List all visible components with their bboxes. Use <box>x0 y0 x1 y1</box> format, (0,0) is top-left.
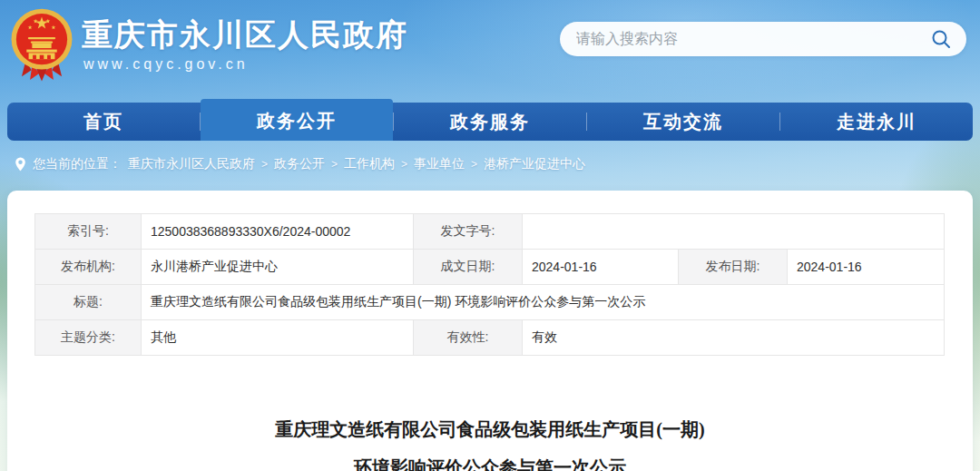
publisher-value: 永川港桥产业促进中心 <box>142 250 414 285</box>
nav-item-gov-services[interactable]: 政务服务 <box>394 103 586 141</box>
index-number-value: 1250038368893330X6/2024-00002 <box>142 214 414 250</box>
publisher-label: 发布机构: <box>35 250 142 285</box>
national-emblem-icon <box>7 7 76 83</box>
publish-date-value: 2024-01-16 <box>788 250 945 285</box>
search-box[interactable] <box>560 22 966 56</box>
nav-item-home[interactable]: 首页 <box>7 103 200 141</box>
breadcrumb-item-gangqiao-center[interactable]: 港桥产业促进中心 <box>484 156 585 172</box>
nav-item-label: 政务公开 <box>257 109 337 133</box>
doc-number-label: 发文字号: <box>414 214 523 250</box>
breadcrumb-separator: > <box>331 158 338 171</box>
breadcrumb: 您当前的位置： 重庆市永川区人民政府 > 政务公开 > 工作机构 > 事业单位 … <box>15 156 965 172</box>
search-input[interactable] <box>576 31 928 47</box>
category-label: 主题分类: <box>35 320 142 356</box>
category-value: 其他 <box>142 320 414 356</box>
breadcrumb-separator: > <box>261 158 268 171</box>
location-pin-icon <box>15 157 26 172</box>
nav-item-label: 走进永川 <box>837 110 916 134</box>
nav-item-label: 政务服务 <box>450 110 530 134</box>
breadcrumb-prefix: 您当前的位置： <box>33 156 122 172</box>
article-title: 重庆理文造纸有限公司食品级包装用纸生产项目(一期) 环境影响评价公众参与第一次公… <box>7 410 973 471</box>
nav-item-about-yongchuan[interactable]: 走进永川 <box>780 103 973 141</box>
publish-date-label: 发布日期: <box>679 250 788 285</box>
validity-label: 有效性: <box>414 320 523 356</box>
validity-value: 有效 <box>523 320 945 356</box>
breadcrumb-item-work-orgs[interactable]: 工作机构 <box>344 156 395 172</box>
nav-item-interaction[interactable]: 互动交流 <box>587 103 779 141</box>
nav-item-gov-disclosure[interactable]: 政务公开 <box>201 99 393 141</box>
site-url: www.cqyc.gov.cn <box>83 56 249 73</box>
site-title: 重庆市永川区人民政府 <box>82 15 408 56</box>
doc-title-label: 标题: <box>35 285 142 320</box>
search-icon <box>930 28 952 50</box>
search-button[interactable] <box>928 26 954 52</box>
table-row: 标题: 重庆理文造纸有限公司食品级包装用纸生产项目(一期) 环境影响评价公众参与… <box>35 285 945 320</box>
table-row: 发布机构: 永川港桥产业促进中心 成文日期: 2024-01-16 发布日期: … <box>35 250 945 285</box>
table-row: 索引号: 1250038368893330X6/2024-00002 发文字号: <box>35 214 945 250</box>
breadcrumb-separator: > <box>401 158 407 171</box>
breadcrumb-item-institutions[interactable]: 事业单位 <box>414 156 465 172</box>
written-date-value: 2024-01-16 <box>523 250 679 285</box>
nav-item-label: 互动交流 <box>643 110 723 134</box>
breadcrumb-item-home[interactable]: 重庆市永川区人民政府 <box>128 156 255 172</box>
nav-item-label: 首页 <box>83 110 123 134</box>
content-card: 索引号: 1250038368893330X6/2024-00002 发文字号:… <box>7 191 973 471</box>
doc-info-table: 索引号: 1250038368893330X6/2024-00002 发文字号:… <box>34 213 945 356</box>
index-number-label: 索引号: <box>35 214 142 250</box>
article-title-line2: 环境影响评价公众参与第一次公示 <box>7 448 973 471</box>
breadcrumb-item-gov-disclosure[interactable]: 政务公开 <box>274 156 325 172</box>
article-title-line1: 重庆理文造纸有限公司食品级包装用纸生产项目(一期) <box>7 410 973 448</box>
main-nav: 首页 政务公开 政务服务 互动交流 走进永川 <box>7 103 973 141</box>
written-date-label: 成文日期: <box>414 250 523 285</box>
doc-title-value: 重庆理文造纸有限公司食品级包装用纸生产项目(一期) 环境影响评价公众参与第一次公… <box>142 285 945 320</box>
breadcrumb-separator: > <box>471 158 477 171</box>
site-header: 重庆市永川区人民政府 www.cqyc.gov.cn <box>0 0 980 98</box>
doc-number-value <box>523 214 945 250</box>
table-row: 主题分类: 其他 有效性: 有效 <box>35 320 945 356</box>
